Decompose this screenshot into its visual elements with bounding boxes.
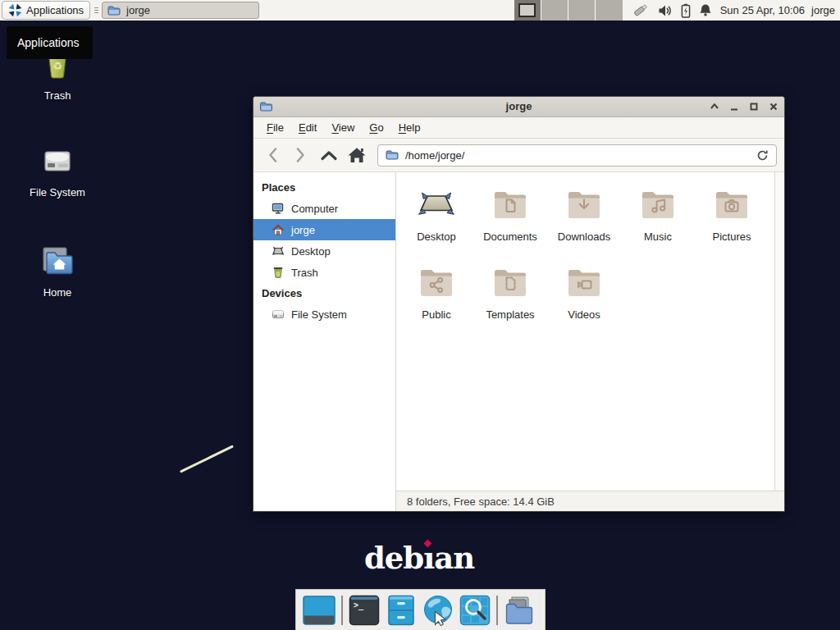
document-folder-icon: [491, 182, 530, 225]
share-folder-icon: [417, 260, 456, 303]
path-bar[interactable]: /home/jorge/: [377, 144, 777, 167]
sidebar-item-jorge[interactable]: jorge: [253, 219, 395, 240]
window-title: jorge: [253, 97, 784, 116]
file-manager-window: jorge FileEditViewGoHelp: [253, 96, 785, 512]
dock-app-finder-button[interactable]: [459, 595, 491, 626]
applications-menu-label: Applications: [26, 4, 84, 16]
web-browser-icon: [422, 595, 454, 626]
menu-go[interactable]: Go: [362, 121, 390, 134]
battery-icon[interactable]: [681, 3, 691, 18]
device-plug-icon[interactable]: [632, 2, 650, 18]
camera-folder-icon: [712, 182, 751, 225]
sidebar-item-label: File System: [291, 308, 347, 321]
maximize-button[interactable]: [748, 102, 759, 112]
home-red-icon: [272, 223, 285, 236]
desktop-icon-file-system[interactable]: File System: [20, 139, 95, 199]
desktop-icon-home[interactable]: Home: [20, 240, 95, 299]
sidebar-item-label: Desktop: [291, 245, 331, 258]
dock-web-browser-button[interactable]: [422, 595, 454, 626]
folder-item-label: Downloads: [558, 231, 610, 243]
volume-icon[interactable]: [658, 4, 673, 17]
app-finder-icon: [459, 595, 491, 626]
xfce-pinwheel-icon: [8, 3, 22, 17]
menu-file[interactable]: File: [259, 121, 291, 134]
forward-button[interactable]: [289, 144, 313, 167]
dock-separator: [496, 596, 498, 625]
folder-item-desktop[interactable]: Desktop: [399, 182, 473, 260]
workspace-2[interactable]: [541, 0, 568, 21]
video-folder-icon: [564, 260, 604, 303]
workspace-switcher[interactable]: [514, 0, 623, 21]
folder-item-label: Pictures: [713, 231, 751, 243]
sidebar-item-file-system[interactable]: File System: [253, 304, 395, 325]
sidebar-item-computer[interactable]: Computer: [253, 198, 395, 219]
taskbar-window-label: jorge: [126, 4, 150, 16]
notification-bell-icon[interactable]: [699, 3, 712, 17]
trash-mini-icon: ♻: [272, 266, 285, 279]
dock: >_: [295, 589, 546, 630]
sidebar: Places Computer jorge Desktop ♻ Trash De…: [253, 172, 396, 511]
applications-menu-button[interactable]: Applications: [2, 1, 90, 20]
dock-show-desktop-button[interactable]: [303, 595, 336, 626]
reload-icon[interactable]: [756, 149, 769, 162]
desktop-mini-icon: [272, 244, 285, 258]
folder-item-pictures[interactable]: Pictures: [695, 182, 769, 260]
home-folder-icon: [37, 240, 78, 279]
shade-button[interactable]: [709, 102, 719, 112]
window-folder-icon: [259, 100, 273, 113]
svg-text:>_: >_: [354, 600, 364, 610]
dock-file-cabinet-button[interactable]: [386, 595, 417, 626]
folder-item-documents[interactable]: Documents: [473, 182, 547, 260]
sidebar-item-trash[interactable]: ♻ Trash: [253, 262, 395, 283]
vertical-scrollbar[interactable]: [774, 172, 784, 491]
taskbar-window-button[interactable]: jorge: [102, 2, 259, 19]
workspace-4[interactable]: [596, 0, 623, 21]
panel-drag-handle[interactable]: [93, 3, 99, 18]
computer-icon: [272, 202, 285, 215]
dock-separator: [341, 596, 343, 625]
sidebar-item-label: Computer: [291, 203, 338, 215]
folder-item-music[interactable]: Music: [621, 182, 695, 260]
path-folder-icon: [386, 148, 399, 162]
folder-item-videos[interactable]: Videos: [547, 260, 621, 338]
template-folder-icon: [491, 260, 530, 303]
desktop-pad-folder-icon: [417, 182, 456, 225]
panel-clock[interactable]: Sun 25 Apr, 10:06: [720, 4, 805, 16]
hard-drive-icon: [38, 139, 77, 179]
workspace-window-preview: [518, 3, 536, 17]
menu-edit[interactable]: Edit: [291, 121, 324, 134]
menu-bar: FileEditViewGoHelp: [253, 117, 784, 139]
folder-item-downloads[interactable]: Downloads: [547, 182, 621, 260]
svg-text:♻: ♻: [52, 60, 62, 72]
back-button[interactable]: [261, 144, 285, 167]
home-button[interactable]: [345, 144, 368, 167]
dock-file-folder-button[interactable]: [504, 595, 535, 626]
panel-user-menu[interactable]: jorge: [811, 4, 835, 16]
tooltip-text: Applications: [17, 36, 80, 49]
sidebar-header-places: Places: [253, 177, 395, 198]
folder-item-label: Documents: [483, 231, 537, 243]
workspace-3[interactable]: [568, 0, 596, 21]
file-grid: Desktop Documents Downloads Music Pictur…: [396, 172, 774, 491]
menu-view[interactable]: View: [324, 121, 362, 134]
desktop-icon-label: File System: [20, 186, 95, 199]
svg-text:♻: ♻: [276, 272, 280, 276]
folder-item-templates[interactable]: Templates: [473, 260, 547, 338]
path-input[interactable]: /home/jorge/: [405, 149, 464, 162]
sidebar-header-devices: Devices: [253, 283, 395, 304]
window-titlebar[interactable]: jorge: [253, 97, 784, 117]
up-button[interactable]: [317, 144, 340, 167]
sidebar-item-desktop[interactable]: Desktop: [253, 240, 395, 262]
download-folder-icon: [564, 182, 604, 225]
minimize-button[interactable]: [728, 102, 739, 112]
menu-help[interactable]: Help: [391, 121, 428, 134]
folder-item-label: Public: [422, 308, 450, 321]
workspace-1[interactable]: [514, 0, 541, 21]
folder-item-label: Videos: [568, 308, 600, 321]
dock-terminal-button[interactable]: >_: [349, 595, 380, 626]
toolbar: /home/jorge/: [253, 139, 784, 172]
close-button[interactable]: [768, 102, 778, 112]
folder-item-public[interactable]: Public: [399, 260, 473, 338]
file-folder-icon: [504, 595, 535, 626]
desktop-line-artifact: [180, 445, 234, 472]
